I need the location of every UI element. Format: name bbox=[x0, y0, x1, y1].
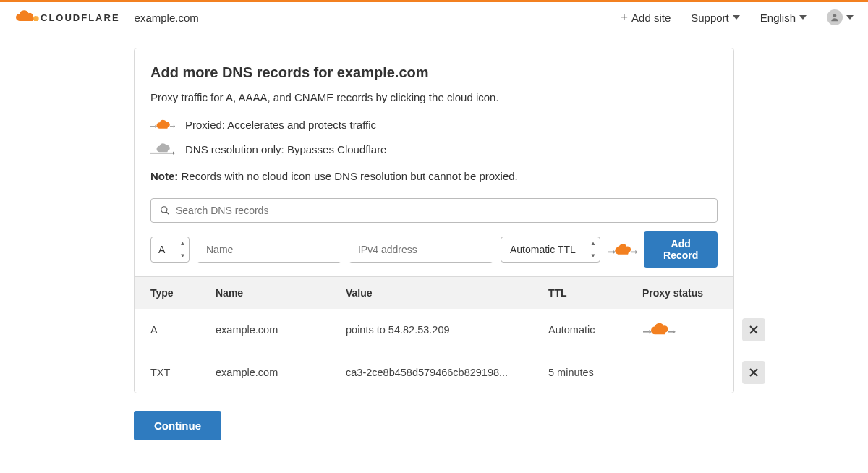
svg-point-7 bbox=[161, 207, 167, 213]
proxy-toggle-icon[interactable] bbox=[608, 242, 637, 257]
svg-marker-6 bbox=[173, 152, 175, 155]
col-value: Value bbox=[346, 287, 548, 299]
chevron-down-icon bbox=[846, 15, 854, 20]
delete-record-button[interactable] bbox=[742, 318, 765, 341]
note-label: Note: bbox=[150, 170, 178, 182]
cell-proxy bbox=[642, 321, 729, 339]
col-ttl: TTL bbox=[548, 287, 642, 299]
main: Add more DNS records for example.com Pro… bbox=[127, 48, 741, 440]
col-name: Name bbox=[216, 287, 346, 299]
chevron-down-icon bbox=[733, 15, 740, 20]
cloudflare-cloud-icon bbox=[14, 10, 39, 25]
stepper-icon: ▲▼ bbox=[587, 237, 600, 262]
cell-type: TXT bbox=[150, 367, 216, 378]
cloudflare-logo[interactable]: CLOUDFLARE bbox=[14, 10, 120, 25]
add-record-form: A ▲▼ Automatic TTL ▲▼ Add Record bbox=[150, 231, 718, 268]
note-text: Records with no cloud icon use DNS resol… bbox=[178, 170, 517, 182]
cell-name: example.com bbox=[216, 367, 346, 378]
legend-dns-only: DNS resolution only: Bypasses Cloudflare bbox=[150, 142, 718, 155]
svg-marker-4 bbox=[174, 125, 175, 128]
record-type-value: A bbox=[151, 244, 176, 255]
header: CLOUDFLARE example.com + Add site Suppor… bbox=[0, 2, 868, 33]
col-type: Type bbox=[150, 287, 216, 299]
note: Note: Records with no cloud icon use DNS… bbox=[150, 170, 718, 182]
ttl-select[interactable]: Automatic TTL ▲▼ bbox=[501, 236, 600, 263]
record-name-input[interactable] bbox=[197, 237, 341, 262]
cell-name: example.com bbox=[216, 324, 346, 336]
site-name[interactable]: example.com bbox=[135, 12, 199, 24]
record-value-input[interactable] bbox=[349, 237, 493, 262]
page-subtitle: Proxy traffic for A, AAAA, and CNAME rec… bbox=[150, 91, 718, 103]
cell-ttl: Automatic bbox=[548, 324, 642, 336]
cell-value: ca3-2ce8b458d579466cb829198... bbox=[346, 367, 548, 378]
support-label: Support bbox=[691, 12, 729, 24]
col-proxy: Proxy status bbox=[642, 287, 729, 299]
close-icon bbox=[749, 368, 758, 377]
legend-proxied: Proxied: Accelerates and protects traffi… bbox=[150, 118, 718, 131]
chevron-down-icon bbox=[799, 15, 807, 20]
dns-records-card: Add more DNS records for example.com Pro… bbox=[134, 48, 734, 393]
add-record-button[interactable]: Add Record bbox=[644, 231, 718, 268]
search-icon bbox=[160, 205, 170, 216]
dns-records-table: Type Name Value TTL Proxy status Aexampl… bbox=[135, 276, 733, 393]
legend-proxied-text: Proxied: Accelerates and protects traffi… bbox=[185, 119, 376, 131]
legend-dns-only-text: DNS resolution only: Bypasses Cloudflare bbox=[185, 143, 386, 155]
cloudflare-wordmark: CLOUDFLARE bbox=[41, 12, 120, 23]
stepper-icon: ▲▼ bbox=[176, 237, 189, 262]
table-header-row: Type Name Value TTL Proxy status bbox=[135, 277, 733, 309]
cloud-proxied-icon[interactable] bbox=[642, 321, 676, 337]
svg-line-8 bbox=[166, 212, 169, 215]
page-title: Add more DNS records for example.com bbox=[150, 64, 718, 81]
continue-button[interactable]: Continue bbox=[134, 411, 221, 440]
record-value-field[interactable] bbox=[349, 236, 493, 263]
record-type-select[interactable]: A ▲▼ bbox=[150, 236, 190, 263]
search-dns-records[interactable] bbox=[150, 198, 718, 223]
table-row[interactable]: Aexample.compoints to 54.82.53.209Automa… bbox=[135, 309, 733, 351]
support-menu[interactable]: Support bbox=[691, 12, 740, 24]
avatar-icon bbox=[827, 9, 843, 25]
cloud-gray-icon bbox=[150, 142, 175, 155]
close-icon bbox=[749, 325, 758, 334]
search-input[interactable] bbox=[170, 205, 708, 216]
cell-value: points to 54.82.53.209 bbox=[346, 324, 548, 336]
delete-record-button[interactable] bbox=[742, 361, 765, 384]
svg-point-0 bbox=[833, 14, 837, 17]
cell-ttl: 5 minutes bbox=[548, 367, 642, 378]
add-site-link[interactable]: + Add site bbox=[621, 10, 671, 25]
record-name-field[interactable] bbox=[197, 236, 341, 263]
table-row[interactable]: TXTexample.comca3-2ce8b458d579466cb82919… bbox=[135, 351, 733, 393]
cell-type: A bbox=[150, 324, 216, 336]
svg-marker-16 bbox=[673, 329, 676, 333]
language-menu[interactable]: English bbox=[760, 12, 807, 24]
cloud-proxied-icon bbox=[150, 118, 175, 131]
svg-marker-12 bbox=[635, 250, 637, 254]
language-label: English bbox=[760, 12, 796, 24]
ttl-value: Automatic TTL bbox=[501, 244, 587, 255]
plus-icon: + bbox=[621, 10, 629, 25]
account-menu[interactable] bbox=[827, 9, 854, 25]
add-site-label: Add site bbox=[631, 12, 671, 24]
